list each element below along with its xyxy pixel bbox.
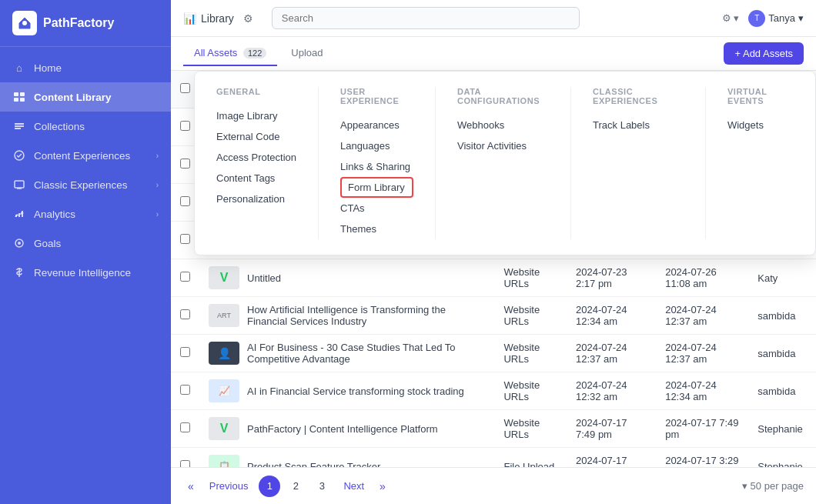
row-checkbox[interactable] xyxy=(180,234,190,244)
dropdown-item-visitor-activities[interactable]: Visitor Activities xyxy=(457,135,549,156)
settings-icon[interactable]: ⚙ ▾ xyxy=(722,12,740,24)
dropdown-data-configs-header: Data Configurations xyxy=(457,87,549,105)
row-date-added: 2024-07-17 7:49 pm xyxy=(567,410,656,448)
row-name-cell: ART How Artificial Intelligence is Trans… xyxy=(199,297,494,334)
row-content-type: Website URLs xyxy=(494,372,567,410)
sidebar-item-home[interactable]: ⌂ Home xyxy=(0,53,171,82)
dropdown-item-track-labels[interactable]: Track Labels xyxy=(593,115,684,135)
dropdown-item-appearances[interactable]: Appearances xyxy=(340,115,413,135)
row-checkbox[interactable] xyxy=(180,347,190,357)
sidebar-item-goals-label: Goals xyxy=(34,238,61,249)
main-content: 📊 Library ⚙ ⚙ ▾ T Tanya ▾ All Assets 122… xyxy=(171,0,816,504)
sidebar-item-revenue-intelligence[interactable]: Revenue Intelligence xyxy=(0,258,171,287)
select-all-checkbox[interactable] xyxy=(180,83,190,93)
collections-icon xyxy=(12,119,26,133)
search-input[interactable] xyxy=(272,7,580,29)
revenue-icon xyxy=(12,265,26,279)
dropdown-item-content-tags[interactable]: Content Tags xyxy=(216,168,296,189)
tab-upload[interactable]: Upload xyxy=(280,41,333,66)
row-checkbox[interactable] xyxy=(180,196,190,206)
analytics-icon xyxy=(12,207,26,221)
row-content-type: Website URLs xyxy=(494,335,567,372)
dropdown-item-personalization[interactable]: Personalization xyxy=(216,189,296,209)
row-updated-by: Katy xyxy=(748,259,816,297)
row-checkbox[interactable] xyxy=(180,121,190,131)
dropdown-virtual-events-header: Virtual Events xyxy=(727,87,794,105)
row-checkbox[interactable] xyxy=(180,309,190,319)
dropdown-classic-exp-header: Classic Experiences xyxy=(593,87,684,105)
tab-all-assets-label: All Assets xyxy=(194,47,237,58)
dropdown-item-access-protection[interactable]: Access Protection xyxy=(216,147,296,168)
experiences-icon xyxy=(12,149,26,162)
subtabs-bar: All Assets 122 Upload + Add Assets xyxy=(171,37,816,71)
dropdown-col-classic-exp: Classic Experiences Track Labels xyxy=(571,87,706,239)
page-3-button[interactable]: 3 xyxy=(311,476,333,497)
svg-rect-7 xyxy=(15,215,17,217)
dropdown-col-data-configs: Data Configurations Webhooks Visitor Act… xyxy=(436,87,571,239)
row-checkbox[interactable] xyxy=(180,422,190,432)
sidebar-item-home-label: Home xyxy=(34,62,62,74)
page-1-button[interactable]: 1 xyxy=(259,476,280,497)
row-name: AI in Financial Service transforming sto… xyxy=(247,386,464,397)
dropdown-item-image-library[interactable]: Image Library xyxy=(216,105,296,126)
topbar-library: 📊 Library xyxy=(183,12,234,25)
sidebar-item-content-experiences[interactable]: Content Experiences › xyxy=(0,141,171,170)
topbar-search[interactable] xyxy=(272,7,580,29)
row-thumbnail: V xyxy=(209,417,239,440)
svg-rect-3 xyxy=(14,98,18,102)
sidebar-item-content-library[interactable]: Content Library xyxy=(0,82,171,112)
page-2-button[interactable]: 2 xyxy=(285,476,306,497)
sidebar-item-collections[interactable]: Collections xyxy=(0,112,171,141)
row-checkbox[interactable] xyxy=(180,460,190,467)
dropdown-item-links-sharing[interactable]: Links & Sharing xyxy=(340,156,413,177)
topbar: 📊 Library ⚙ ⚙ ▾ T Tanya ▾ xyxy=(171,0,816,37)
row-checkbox-cell[interactable] xyxy=(171,297,199,335)
dropdown-item-webhooks[interactable]: Webhooks xyxy=(457,115,549,135)
row-thumbnail: 📋 xyxy=(209,455,239,467)
user-menu[interactable]: T Tanya ▾ xyxy=(748,10,804,27)
sidebar-logo: PathFactory xyxy=(0,0,171,47)
row-checkbox-cell[interactable] xyxy=(171,448,199,468)
row-checkbox[interactable] xyxy=(180,385,190,395)
topbar-settings-gear-icon[interactable]: ⚙ xyxy=(243,12,253,25)
logo-text: PathFactory xyxy=(43,16,114,30)
row-checkbox[interactable] xyxy=(180,159,190,169)
add-assets-button[interactable]: + Add Assets xyxy=(724,42,804,65)
table-row: 👤 AI For Business - 30 Case Studies That… xyxy=(171,335,816,372)
dropdown-item-widgets[interactable]: Widgets xyxy=(727,115,794,135)
first-page-button[interactable]: « xyxy=(183,477,199,496)
table-row: ART How Artificial Intelligence is Trans… xyxy=(171,297,816,335)
row-checkbox-cell[interactable] xyxy=(171,372,199,410)
chevron-down-icon: ▾ xyxy=(742,480,747,492)
row-thumbnail: 👤 xyxy=(209,342,239,365)
next-page-button[interactable]: Next xyxy=(337,477,370,495)
topbar-library-label: Library xyxy=(201,12,234,25)
tab-all-assets[interactable]: All Assets 122 xyxy=(183,41,277,66)
sidebar-item-analytics[interactable]: Analytics › xyxy=(0,199,171,229)
svg-rect-4 xyxy=(20,98,25,102)
row-checkbox-cell[interactable] xyxy=(171,410,199,448)
row-checkbox-cell[interactable] xyxy=(171,259,199,297)
dropdown-item-form-library[interactable]: Form Library xyxy=(340,177,413,198)
table-row: V Untitled Website URLs 2024-07-23 2:17 … xyxy=(171,259,816,297)
per-page-selector[interactable]: ▾ 50 per page xyxy=(742,480,804,492)
previous-page-button[interactable]: Previous xyxy=(203,477,255,495)
sidebar-item-classic-experiences[interactable]: Classic Experiences › xyxy=(0,170,171,199)
last-page-button[interactable]: » xyxy=(375,477,390,496)
row-name-cell: 📋 Product Scan Feature Tracker xyxy=(199,448,494,467)
dropdown-col-general: General Image Library External Code Acce… xyxy=(195,87,319,239)
dropdown-item-ctas[interactable]: CTAs xyxy=(340,198,413,219)
row-checkbox-cell[interactable] xyxy=(171,335,199,372)
dropdown-item-external-code[interactable]: External Code xyxy=(216,126,296,147)
row-thumbnail: V xyxy=(209,266,239,289)
dropdown-item-languages[interactable]: Languages xyxy=(340,135,413,156)
row-name-cell: V Untitled xyxy=(199,259,494,296)
svg-point-11 xyxy=(18,242,21,245)
row-last-updated: 2024-07-26 11:08 am xyxy=(656,259,748,297)
dropdown-item-themes[interactable]: Themes xyxy=(340,219,413,239)
row-checkbox[interactable] xyxy=(180,272,190,282)
user-chevron-down-icon: ▾ xyxy=(798,12,804,24)
row-updated-by: sambida xyxy=(748,372,816,410)
settings-dropdown-menu[interactable]: General Image Library External Code Acce… xyxy=(194,71,816,255)
sidebar-item-goals[interactable]: Goals xyxy=(0,229,171,258)
